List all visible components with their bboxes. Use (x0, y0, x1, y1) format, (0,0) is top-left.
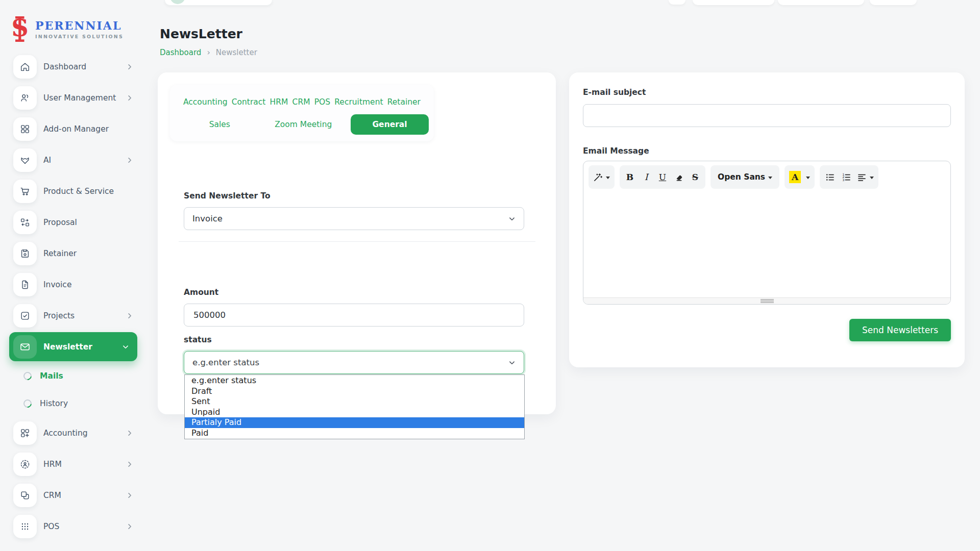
tab-crm[interactable]: CRM (292, 97, 310, 107)
paragraph-align-button[interactable] (854, 167, 876, 187)
status-option[interactable]: e.g.enter status (185, 375, 524, 386)
app-root: S PERENNIAL INNOVATIVE SOLUTIONS Dashboa… (0, 0, 980, 551)
tab-recruitment[interactable]: Recruitment (334, 97, 383, 107)
email-subject-input[interactable] (592, 110, 942, 121)
sidebar-item-projects[interactable]: Projects (0, 300, 145, 331)
document-icon (13, 273, 37, 296)
sidebar-item-retainer[interactable]: Retainer (0, 238, 145, 269)
logo[interactable]: S PERENNIAL INNOVATIVE SOLUTIONS (0, 0, 145, 51)
editor-resize-bar[interactable] (583, 297, 950, 304)
sidebar-item-history[interactable]: History (0, 390, 145, 417)
ai-mask-icon (13, 148, 37, 172)
status-option[interactable]: Unpaid (185, 407, 524, 418)
send-to-select[interactable]: Invoice (184, 207, 524, 230)
chevron-down-icon (507, 358, 517, 367)
amount-input[interactable] (192, 310, 516, 320)
sidebar-item-proposal[interactable]: Proposal (0, 207, 145, 238)
sidebar-item-label: Accounting (43, 429, 125, 438)
sidebar-item-label: Projects (43, 311, 125, 320)
sidebar-item-crm[interactable]: CRM (0, 480, 145, 511)
clear-format-button[interactable] (671, 167, 687, 187)
magic-style-button[interactable] (591, 167, 612, 187)
sidebar-item-ai[interactable]: AI (0, 144, 145, 176)
chevron-right-icon (125, 311, 134, 320)
sidebar-item-label: History (40, 399, 145, 408)
chevron-down-icon (121, 342, 130, 352)
toolbar-group-font: Open Sans (710, 165, 779, 189)
tab-retainer[interactable]: Retainer (387, 97, 421, 107)
floppy-icon (13, 242, 37, 265)
sidebar-item-addon-manager[interactable]: Add-on Manager (0, 113, 145, 144)
dots-grid-icon (13, 515, 37, 538)
breadcrumb-separator-icon: › (207, 47, 210, 57)
status-option[interactable]: Draft (185, 386, 524, 397)
sidebar-item-accounting[interactable]: Accounting (0, 417, 145, 448)
logo-text: PERENNIAL INNOVATIVE SOLUTIONS (35, 19, 124, 39)
person-dashed-circle-icon (13, 453, 37, 476)
sidebar-item-dashboard[interactable]: Dashboard (0, 51, 145, 82)
sidebar-item-mails[interactable]: Mails (0, 362, 145, 390)
grid-plus-icon (13, 421, 37, 445)
font-family-dropdown[interactable]: Open Sans (713, 167, 777, 187)
sidebar: S PERENNIAL INNOVATIVE SOLUTIONS Dashboa… (0, 0, 145, 551)
swap-boxes-icon (13, 211, 37, 234)
toolbar-group-text: B I U S (620, 165, 705, 189)
tab-sales[interactable]: Sales (209, 120, 230, 129)
tab-zoom-meeting[interactable]: Zoom Meeting (275, 120, 332, 129)
status-option-highlighted[interactable]: Partialy Paid (185, 417, 524, 428)
breadcrumb-dashboard-link[interactable]: Dashboard (160, 48, 201, 57)
sidebar-item-hrm[interactable]: HRM (0, 448, 145, 480)
rich-text-editor: B I U S Open Sans (583, 161, 951, 305)
bold-button[interactable]: B (622, 167, 638, 187)
sidebar-item-label: Newsletter (43, 342, 121, 352)
tab-hrm[interactable]: HRM (270, 97, 288, 107)
topbar-button[interactable] (669, 0, 685, 5)
status-option[interactable]: Paid (185, 428, 524, 439)
sidebar-item-product-service[interactable]: Product & Service (0, 176, 145, 207)
content-row: Accounting Contract HRM CRM POS Recruitm… (158, 72, 980, 414)
sidebar-item-invoice[interactable]: Invoice (0, 269, 145, 300)
toolbar-group-paragraph: 123 (820, 165, 878, 189)
cart-icon (13, 180, 37, 203)
sidebar-item-label: Add-on Manager (43, 124, 134, 134)
italic-button[interactable]: I (638, 167, 654, 187)
chevron-right-icon (125, 93, 134, 103)
sidebar-item-newsletter[interactable]: Newsletter (9, 332, 137, 361)
tab-contract[interactable]: Contract (232, 97, 266, 107)
sidebar-item-label: Proposal (43, 218, 134, 227)
status-option[interactable]: Sent (185, 396, 524, 407)
underline-button[interactable]: U (654, 167, 671, 187)
sidebar-item-user-management[interactable]: User Management (0, 82, 145, 113)
status-dropdown: e.g.enter status Draft Sent Unpaid Parti… (184, 374, 525, 439)
sidebar-item-pos[interactable]: POS (0, 511, 145, 542)
amount-label: Amount (184, 288, 530, 297)
font-color-icon: A (789, 171, 801, 183)
tab-general-active[interactable]: General (351, 114, 429, 135)
chevron-right-icon (125, 156, 134, 165)
grid-icon (13, 117, 37, 141)
send-newsletters-button[interactable]: Send Newsletters (849, 319, 951, 341)
send-to-value: Invoice (192, 214, 223, 223)
align-left-icon (857, 172, 867, 182)
strikethrough-button[interactable]: S (687, 167, 703, 187)
ordered-list-button[interactable]: 123 (838, 167, 854, 187)
newsletter-form-card: Accounting Contract HRM CRM POS Recruitm… (158, 72, 556, 414)
topbar-button[interactable] (778, 0, 864, 5)
chevron-right-icon (125, 62, 134, 71)
tab-pos[interactable]: POS (314, 97, 330, 107)
unordered-list-button[interactable] (822, 167, 838, 187)
email-message-editor[interactable] (583, 193, 950, 297)
search-input[interactable] (164, 0, 273, 6)
topbar-button[interactable] (693, 0, 774, 5)
sidebar-item-label: Retainer (43, 249, 134, 258)
status-select[interactable]: e.g.enter status e.g.enter status Draft … (184, 351, 524, 374)
logo-title: PERENNIAL (35, 19, 124, 32)
font-color-button[interactable]: A (787, 167, 813, 187)
sidebar-item-label: CRM (43, 491, 125, 500)
topbar-button[interactable] (870, 0, 917, 5)
send-to-label: Send Newsletter To (184, 191, 530, 201)
tab-accounting[interactable]: Accounting (183, 97, 228, 107)
toolbar-group-style (589, 165, 615, 189)
sidebar-item-label: Product & Service (43, 187, 134, 196)
bullet-icon (22, 370, 34, 382)
